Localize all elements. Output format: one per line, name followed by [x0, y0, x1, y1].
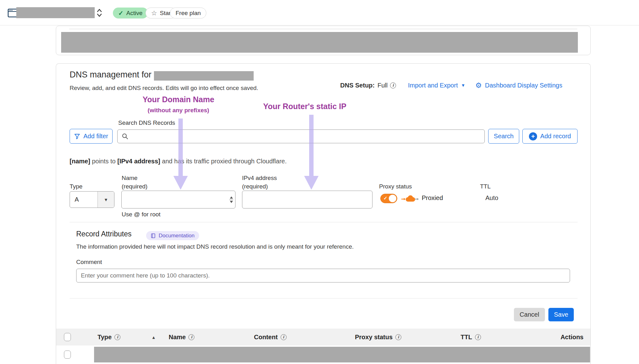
- page-subtitle: Review, add, and edit DNS records. Edits…: [70, 83, 264, 93]
- add-filter-button[interactable]: Add filter: [70, 129, 113, 144]
- dns-setup-info-icon[interactable]: i: [390, 82, 396, 88]
- comment-label: Comment: [76, 259, 102, 266]
- type-info-icon[interactable]: i: [114, 334, 120, 340]
- record-row[interactable]: [56, 346, 590, 364]
- type-select-value: A: [70, 192, 98, 208]
- name-input[interactable]: [121, 191, 235, 208]
- zone-overview-card: [56, 26, 591, 55]
- type-select-caret-button[interactable]: ▼: [98, 192, 114, 208]
- annotation-domain-subtitle: (without any prefixes): [128, 107, 229, 114]
- comment-field-wrap: [76, 269, 570, 282]
- record-ip-token: [IPv4 address]: [117, 158, 160, 165]
- dns-setup-value: Full: [378, 82, 388, 89]
- annotation-domain-name: Your Domain Name (without any prefixes): [128, 95, 229, 114]
- column-header-proxy-status[interactable]: Proxy status i: [355, 329, 401, 346]
- name-label: Name: [122, 175, 138, 182]
- zone-switcher-chevrons-icon[interactable]: [96, 8, 103, 18]
- proxy-info-icon[interactable]: i: [395, 334, 401, 340]
- cancel-button-label: Cancel: [520, 311, 539, 318]
- search-dns-records-label: Search DNS Records: [118, 119, 175, 126]
- page-title: DNS management for: [70, 70, 151, 80]
- row-checkbox[interactable]: [64, 351, 71, 359]
- column-name-label: Name: [169, 334, 186, 341]
- add-record-label: Add record: [540, 133, 571, 140]
- check-icon: ✓: [118, 9, 124, 17]
- search-input[interactable]: [117, 129, 485, 143]
- annotation-domain-title: Your Domain Name: [128, 95, 229, 104]
- dns-setup-row: DNS Setup: Full i Import and Export ▼ ⚙ …: [340, 81, 562, 90]
- column-content-label: Content: [254, 334, 278, 341]
- ipv4-field-wrap: [242, 191, 372, 208]
- proxy-status-label: Proxy status: [379, 183, 412, 190]
- ttl-value[interactable]: Auto: [485, 194, 498, 202]
- add-record-button[interactable]: + Add record: [522, 129, 578, 144]
- record-attributes-description: The information provided here will not i…: [76, 243, 354, 250]
- search-icon: [122, 133, 129, 140]
- column-header-ttl[interactable]: TTL i: [461, 329, 481, 346]
- redacted-content-block: [61, 32, 578, 53]
- documentation-label: Documentation: [159, 233, 194, 239]
- redacted-zone-name: [16, 7, 95, 18]
- plan-badge: Free plan: [170, 8, 206, 18]
- content-info-icon[interactable]: i: [281, 334, 287, 340]
- record-attributes-title: Record Attributes: [76, 230, 131, 238]
- sort-ascending-icon[interactable]: ▲: [151, 335, 156, 340]
- save-button[interactable]: Save: [548, 308, 574, 321]
- column-actions-label: Actions: [561, 334, 584, 341]
- name-required-label: (required): [122, 183, 147, 190]
- documentation-link[interactable]: Documentation: [146, 231, 199, 240]
- proxy-status-value: Proxied: [422, 194, 443, 202]
- type-select[interactable]: A ▼: [70, 191, 114, 208]
- name-stepper[interactable]: [229, 196, 233, 203]
- cancel-button[interactable]: Cancel: [514, 308, 545, 321]
- add-filter-label: Add filter: [83, 133, 108, 140]
- annotation-arrow-to-ip: [304, 115, 319, 190]
- ipv4-required-label: (required): [242, 183, 268, 190]
- column-ttl-label: TTL: [461, 334, 472, 341]
- stepper-up-icon[interactable]: [230, 196, 233, 198]
- select-all-checkbox[interactable]: [64, 333, 71, 341]
- proxy-toggle[interactable]: ✓: [380, 194, 397, 203]
- topbar: ✓ Active ☆ Star Free plan: [0, 0, 639, 25]
- actions-divider: [70, 298, 578, 298]
- import-export-menu[interactable]: Import and Export: [408, 82, 458, 89]
- type-label: Type: [70, 183, 82, 190]
- ttl-label: TTL: [480, 183, 491, 190]
- name-field-wrap: [121, 191, 235, 208]
- ttl-info-icon[interactable]: i: [475, 334, 481, 340]
- save-button-label: Save: [554, 311, 568, 318]
- import-export-caret-icon[interactable]: ▼: [461, 83, 465, 87]
- search-field-wrap: [117, 129, 485, 143]
- star-button-label: Star: [160, 10, 171, 17]
- record-name-token: [name]: [70, 158, 90, 165]
- search-button-label: Search: [494, 133, 514, 140]
- caret-down-icon: ▼: [104, 198, 108, 202]
- column-header-content[interactable]: Content i: [254, 329, 287, 346]
- column-proxy-label: Proxy status: [355, 334, 393, 341]
- plan-badge-label: Free plan: [176, 10, 201, 17]
- column-header-name[interactable]: Name i: [169, 329, 194, 346]
- redacted-record-data: [94, 347, 590, 362]
- annotation-arrow-to-name: [173, 119, 188, 190]
- comment-input[interactable]: [76, 269, 570, 282]
- star-icon: ☆: [151, 9, 157, 17]
- column-header-type[interactable]: Type i: [98, 329, 120, 346]
- name-info-icon[interactable]: i: [188, 334, 194, 340]
- name-hint: Use @ for root: [122, 211, 161, 218]
- dashboard-display-settings-link[interactable]: Dashboard Display Settings: [485, 82, 562, 89]
- records-table-header: Type i ▲ Name i Content i Proxy status i…: [56, 329, 590, 346]
- ipv4-label: IPv4 address: [242, 175, 277, 182]
- stepper-down-icon[interactable]: [230, 201, 233, 203]
- dns-setup-label: DNS Setup:: [340, 82, 375, 89]
- search-button[interactable]: Search: [488, 129, 519, 144]
- dns-management-card: DNS management for Review, add, and edit…: [56, 63, 591, 364]
- column-type-label: Type: [98, 334, 112, 341]
- plus-icon: +: [529, 132, 537, 140]
- ipv4-input[interactable]: [242, 191, 372, 208]
- status-badge-label: Active: [126, 10, 143, 17]
- gear-icon[interactable]: ⚙: [475, 81, 482, 90]
- proxied-cloud-icon: [401, 194, 419, 203]
- funnel-icon: [74, 133, 80, 140]
- record-points-to-text: points to: [90, 158, 118, 165]
- top-card-divider: [69, 29, 577, 29]
